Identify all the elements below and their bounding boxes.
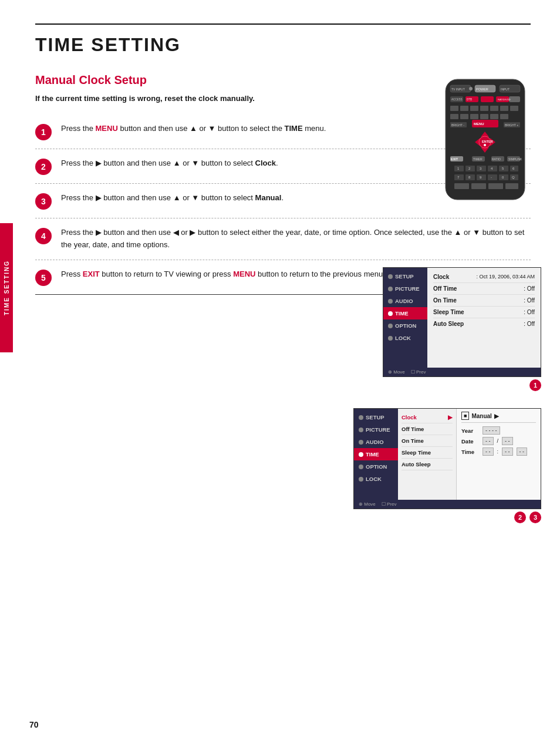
step-1-number: 1 <box>35 124 52 140</box>
screen-2-container: SETUP PICTURE AUDIO TIME OPTION LOCK <box>353 408 541 523</box>
screen1-footer: ⊕ Move ☐ Prev <box>383 368 541 376</box>
page-title: TIME SETTING <box>35 34 531 56</box>
screen1-right-panel: Clock : Oct 19, 2006, 03:44 AM Off Time … <box>427 268 541 368</box>
svg-rect-65 <box>488 174 497 180</box>
svg-rect-28 <box>500 114 508 119</box>
screen2-left-menu: SETUP PICTURE AUDIO TIME OPTION LOCK <box>354 409 398 500</box>
svg-rect-16 <box>450 106 458 111</box>
svg-text:Q: Q <box>512 176 515 179</box>
screen2-footer: ⊕ Move ☐ Prev <box>354 500 541 509</box>
side-tab-label: TIME SETTING <box>4 260 10 315</box>
screen1-menu-picture: PICTURE <box>383 282 427 295</box>
svg-text:DTB: DTB <box>467 98 472 101</box>
svg-rect-17 <box>460 106 468 111</box>
svg-rect-10 <box>481 96 494 102</box>
step-4-number: 4 <box>35 228 52 244</box>
step-5-number: 5 <box>35 270 52 286</box>
screen2-date-row: Date - - / - - <box>461 437 536 445</box>
svg-rect-20 <box>490 106 498 111</box>
step-3-number: 3 <box>35 193 52 210</box>
screen2-row-ontime: On Time <box>402 435 453 447</box>
screen1-row-ontime: On Time : Off <box>433 295 535 307</box>
screen1-menu-audio: AUDIO <box>383 295 427 307</box>
svg-text:TIMER: TIMER <box>473 157 483 161</box>
screen1-row-autosleep: Auto Sleep : Off <box>433 318 535 329</box>
svg-text:MENU: MENU <box>474 122 484 126</box>
step-4-text: Press the ▶ button and then use ◀ or ▶ b… <box>61 227 531 251</box>
svg-rect-77 <box>505 183 518 189</box>
screen2-menu-picture: PICTURE <box>354 423 398 436</box>
screen1-menu-time: TIME <box>383 307 427 319</box>
top-divider <box>35 23 531 25</box>
svg-rect-27 <box>490 114 498 119</box>
screen1-row-sleep: Sleep Time : Off <box>433 307 535 318</box>
screen1-row-clock: Clock : Oct 19, 2006, 03:44 AM <box>433 271 535 283</box>
svg-text:ENTER: ENTER <box>482 140 493 143</box>
screen1-badge: 1 <box>529 379 541 391</box>
svg-text:SIMPLINK: SIMPLINK <box>508 157 522 161</box>
svg-point-41 <box>484 144 486 146</box>
screen2-badge-3: 3 <box>529 512 541 523</box>
svg-text:BRIGHT +: BRIGHT + <box>505 123 518 127</box>
svg-text:TV INPUT: TV INPUT <box>451 88 465 91</box>
screen1-left-menu: SETUP PICTURE AUDIO TIME OPTION LOCK <box>383 268 427 368</box>
screen2-menu-time: TIME <box>354 448 398 460</box>
screen-1-container: SETUP PICTURE AUDIO TIME OPTION LOCK <box>383 267 541 391</box>
svg-rect-23 <box>450 114 458 119</box>
remote-image: TV INPUT POWER INPUT ACCESS DTB RATIO/VO… <box>440 76 531 204</box>
screen2-row-offtime: Off Time <box>402 423 453 435</box>
screen1-menu-lock: LOCK <box>383 332 427 344</box>
step-4-row: 4 Press the ▶ button and then use ◀ or ▶… <box>35 218 531 260</box>
svg-text:EXIT: EXIT <box>451 157 458 161</box>
svg-text:RATIO: RATIO <box>492 157 501 161</box>
screen2-sub-header: ■ Manual ▶ <box>461 412 536 423</box>
svg-rect-22 <box>510 106 518 111</box>
screen2-menu-option: OPTION <box>354 460 398 473</box>
screen2-time-row: Time - - : - - - - <box>461 447 536 456</box>
svg-rect-19 <box>480 106 488 111</box>
screen1-menu-setup: SETUP <box>383 270 427 282</box>
svg-rect-74 <box>454 183 469 189</box>
screen1-menu-option: OPTION <box>383 319 427 332</box>
screen2-row-clock: Clock▶ <box>402 412 453 423</box>
svg-text:POWER: POWER <box>476 88 488 91</box>
menu-screen-2: SETUP PICTURE AUDIO TIME OPTION LOCK <box>353 408 541 509</box>
screen2-menu-lock: LOCK <box>354 473 398 485</box>
screen2-year-row: Year - - - - <box>461 426 536 435</box>
screen2-menu-setup: SETUP <box>354 411 398 423</box>
svg-text:INPUT: INPUT <box>501 88 510 91</box>
screen2-mid-panel: Clock▶ Off Time On Time Sleep Time Auto … <box>398 409 457 500</box>
svg-text:BRIGHT -: BRIGHT - <box>451 123 464 127</box>
screen2-row-sleep: Sleep Time <box>402 447 453 459</box>
svg-point-7 <box>469 87 473 90</box>
svg-text:-: - <box>491 176 492 179</box>
menu-screen-1: SETUP PICTURE AUDIO TIME OPTION LOCK <box>383 267 541 377</box>
remote-svg: TV INPUT POWER INPUT ACCESS DTB RATIO/VO… <box>440 76 531 203</box>
svg-rect-25 <box>470 114 478 119</box>
svg-rect-21 <box>500 106 508 111</box>
svg-rect-26 <box>480 114 488 119</box>
screen2-sub-panel: ■ Manual ▶ Year - - - - Date - - / - - T… <box>457 409 541 500</box>
svg-rect-75 <box>471 183 486 189</box>
side-tab: TIME SETTING <box>0 223 13 352</box>
screen1-row-offtime: Off Time : Off <box>433 283 535 295</box>
svg-rect-12 <box>509 96 520 102</box>
svg-rect-24 <box>460 114 468 119</box>
svg-rect-18 <box>470 106 478 111</box>
svg-text:RATIO/VOD: RATIO/VOD <box>498 98 511 101</box>
svg-text:ACCESS: ACCESS <box>451 98 463 101</box>
screen2-row-autosleep: Auto Sleep <box>402 459 453 470</box>
step-2-number: 2 <box>35 159 52 175</box>
svg-rect-76 <box>488 183 503 189</box>
page-number: 70 <box>29 720 39 729</box>
screen2-menu-audio: AUDIO <box>354 436 398 448</box>
screen2-badge-2: 2 <box>514 512 526 523</box>
